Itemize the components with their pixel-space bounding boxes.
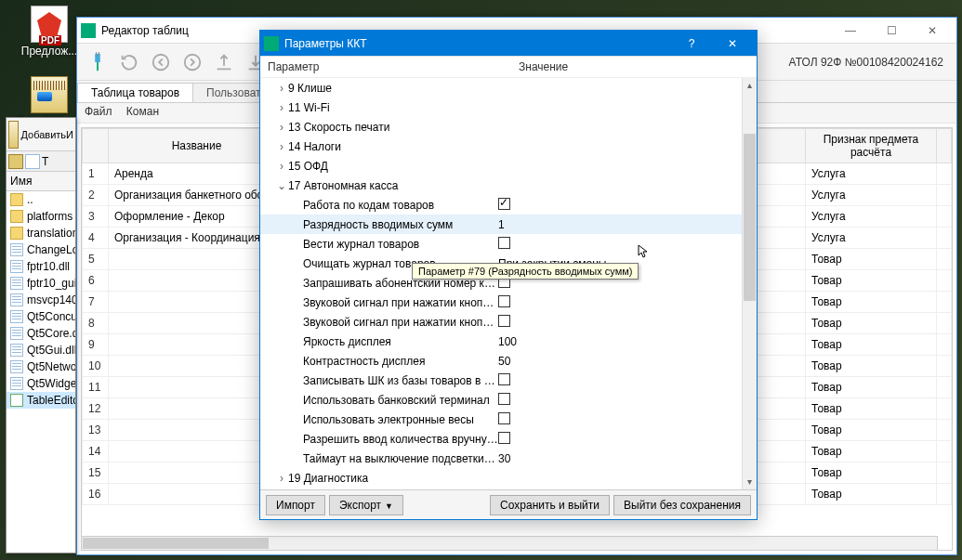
horizontal-scrollbar[interactable] xyxy=(81,536,938,551)
list-item[interactable]: TableEditor xyxy=(7,392,75,409)
cell-priznak[interactable]: Товар xyxy=(806,334,937,356)
menu-commands[interactable]: Коман xyxy=(126,105,159,118)
checkbox[interactable] xyxy=(498,315,510,327)
upload-button[interactable] xyxy=(209,47,239,77)
cell-priznak[interactable]: Товар xyxy=(806,292,937,313)
menu-file[interactable]: Файл xyxy=(85,105,112,118)
cell-name[interactable]: Аренда xyxy=(109,163,285,185)
cell-priznak[interactable]: Товар xyxy=(806,484,937,505)
param-row[interactable]: Таймаут на выключение подсветки диспле..… xyxy=(260,449,757,468)
cell-name[interactable] xyxy=(109,292,285,313)
list-item[interactable]: ChangeLog xyxy=(7,241,75,258)
cell-priznak[interactable]: Товар xyxy=(806,356,937,377)
list-item[interactable]: Qt5Gui.dll xyxy=(7,342,75,358)
cell-priznak[interactable]: Товар xyxy=(806,462,937,484)
list-item[interactable]: .. xyxy=(7,191,75,208)
param-row[interactable]: ›15 ОФД xyxy=(260,156,757,176)
list-item[interactable]: Qt5Concur xyxy=(7,308,75,325)
col-value[interactable]: Значение xyxy=(519,60,568,73)
scrollbar-thumb[interactable] xyxy=(744,134,756,301)
dialog-titlebar[interactable]: Параметры ККТ ? ✕ xyxy=(260,31,757,57)
param-value[interactable]: 1 xyxy=(498,218,505,231)
tab-goods[interactable]: Таблица товаров xyxy=(77,83,193,102)
desktop-icon-pdf[interactable]: PDF Предлож... xyxy=(17,6,82,58)
param-row[interactable]: ›13 Скорость печати xyxy=(260,117,757,137)
cell-name[interactable] xyxy=(109,356,285,377)
expand-icon[interactable]: › xyxy=(275,101,288,114)
exit-nosave-button[interactable]: Выйти без сохранения xyxy=(613,495,751,515)
list-item[interactable]: translations xyxy=(7,225,75,241)
col-priznak[interactable]: Признак предмета расчёта xyxy=(806,129,937,163)
close-button[interactable]: ✕ xyxy=(912,18,953,44)
checkbox[interactable] xyxy=(498,412,510,424)
mini-icon[interactable] xyxy=(8,154,23,169)
param-row[interactable]: ⌄17 Автономная касса xyxy=(260,176,757,195)
close-button[interactable]: ✕ xyxy=(712,31,753,57)
cell-priznak[interactable]: Товар xyxy=(806,377,937,398)
cell-priznak[interactable]: Товар xyxy=(806,398,937,420)
param-tree[interactable]: ›9 Клише›11 Wi-Fi›13 Скорость печати›14 … xyxy=(260,78,757,489)
list-item[interactable]: msvcp140. xyxy=(7,292,75,308)
param-row[interactable]: Использовать банковский терминал xyxy=(260,390,757,410)
expand-icon[interactable]: › xyxy=(275,121,288,134)
scroll-down-arrow[interactable]: ▾ xyxy=(743,475,757,489)
expand-icon[interactable]: › xyxy=(275,140,288,153)
cell-name[interactable] xyxy=(109,249,285,270)
export-button[interactable]: Экспорт▼ xyxy=(329,495,403,515)
maximize-button[interactable]: ☐ xyxy=(871,18,912,44)
param-row[interactable]: Записывать ШК из базы товаров в реквизи.… xyxy=(260,371,757,390)
cell-priznak[interactable]: Товар xyxy=(806,249,937,270)
cell-priznak[interactable]: Товар xyxy=(806,313,937,334)
checkbox[interactable] xyxy=(498,393,510,405)
cell-name[interactable]: Организация банкетного обсл xyxy=(109,185,285,206)
list-item[interactable]: Qt5Widget xyxy=(7,375,75,392)
cell-priznak[interactable]: Товар xyxy=(806,441,937,462)
param-row[interactable]: Звуковой сигнал при нажатии кнопок на U.… xyxy=(260,312,757,332)
scroll-up-arrow[interactable]: ▴ xyxy=(743,78,757,93)
cell-name[interactable] xyxy=(109,484,285,505)
param-row[interactable]: ›11 Wi-Fi xyxy=(260,98,757,117)
param-row[interactable]: ›14 Налоги xyxy=(260,137,757,156)
param-value[interactable]: 100 xyxy=(498,335,517,348)
connect-button[interactable] xyxy=(83,47,112,77)
cell-priznak[interactable]: Услуга xyxy=(806,206,937,228)
save-exit-button[interactable]: Сохранить и выйти xyxy=(490,495,610,515)
expand-icon[interactable]: › xyxy=(275,472,288,485)
archive-tab-label[interactable]: T xyxy=(42,155,48,168)
param-row[interactable]: Разрешить ввод количества вручную при ..… xyxy=(260,429,757,449)
cell-name[interactable] xyxy=(109,313,285,334)
cell-priznak[interactable]: Товар xyxy=(806,420,937,441)
next-button[interactable] xyxy=(178,47,207,77)
expand-icon[interactable]: › xyxy=(275,160,288,173)
list-item[interactable]: fptr10_gui. xyxy=(7,275,75,292)
checkbox[interactable] xyxy=(498,198,510,210)
cell-name[interactable] xyxy=(109,462,285,484)
mini-icon[interactable] xyxy=(25,154,40,169)
cell-name[interactable] xyxy=(109,398,285,420)
cell-priznak[interactable]: Услуга xyxy=(806,163,937,185)
list-item[interactable]: Qt5Network xyxy=(7,358,75,375)
archive-add-label[interactable]: Добавить xyxy=(20,129,66,140)
archive-file-list[interactable]: ..platformstranslationsChangeLogfptr10.d… xyxy=(7,191,75,409)
param-value[interactable]: 30 xyxy=(498,452,510,465)
expand-icon[interactable]: ⌄ xyxy=(275,179,288,192)
col-name[interactable]: Название xyxy=(109,129,285,163)
archive-col-name[interactable]: Имя xyxy=(7,172,75,191)
cell-name[interactable]: Организация - Координация м xyxy=(109,228,285,249)
col-num[interactable] xyxy=(83,129,109,163)
list-item[interactable]: platforms xyxy=(7,208,75,225)
col-param[interactable]: Параметр xyxy=(268,60,519,73)
param-row[interactable]: Вести журнал товаров xyxy=(260,234,757,254)
cell-name[interactable] xyxy=(109,377,285,398)
help-button[interactable]: ? xyxy=(671,31,712,57)
param-row[interactable]: Работа по кодам товаров xyxy=(260,195,757,215)
scrollbar-thumb[interactable] xyxy=(83,538,269,549)
minimize-button[interactable]: — xyxy=(830,18,871,44)
vertical-scrollbar[interactable]: ▴ ▾ xyxy=(742,78,757,489)
param-row[interactable]: Использовать электронные весы xyxy=(260,410,757,429)
expand-icon[interactable]: › xyxy=(275,82,288,95)
checkbox[interactable] xyxy=(498,295,510,307)
param-row[interactable]: Звуковой сигнал при нажатии кнопок на м.… xyxy=(260,293,757,312)
checkbox[interactable] xyxy=(498,432,510,444)
checkbox[interactable] xyxy=(498,237,510,249)
